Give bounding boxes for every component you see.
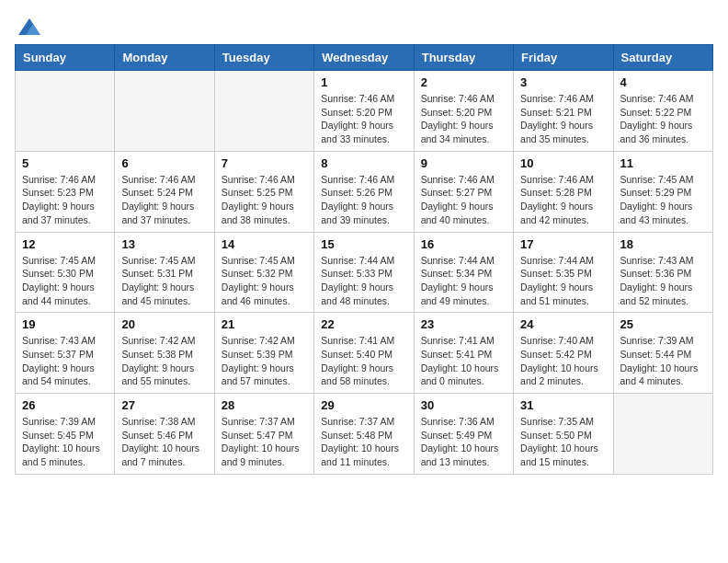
day-info: Sunrise: 7:45 AM Sunset: 5:29 PM Dayligh… (620, 173, 706, 227)
day-number: 24 (520, 317, 606, 331)
day-number: 15 (321, 237, 406, 251)
day-number: 20 (121, 317, 207, 331)
calendar-cell: 15Sunrise: 7:44 AM Sunset: 5:33 PM Dayli… (314, 232, 414, 313)
calendar-cell: 22Sunrise: 7:41 AM Sunset: 5:40 PM Dayli… (314, 313, 414, 394)
calendar-cell (115, 71, 214, 152)
day-number: 22 (321, 317, 406, 331)
day-info: Sunrise: 7:43 AM Sunset: 5:36 PM Dayligh… (620, 254, 706, 308)
day-info: Sunrise: 7:37 AM Sunset: 5:47 PM Dayligh… (222, 415, 307, 469)
calendar-cell: 25Sunrise: 7:39 AM Sunset: 5:44 PM Dayli… (613, 313, 712, 394)
day-info: Sunrise: 7:46 AM Sunset: 5:28 PM Dayligh… (520, 173, 606, 227)
weekday-header: Friday (514, 45, 613, 71)
calendar-cell: 21Sunrise: 7:42 AM Sunset: 5:39 PM Dayli… (214, 313, 313, 394)
weekday-header: Monday (115, 45, 214, 71)
calendar-cell: 13Sunrise: 7:45 AM Sunset: 5:31 PM Dayli… (115, 232, 214, 313)
calendar-cell: 17Sunrise: 7:44 AM Sunset: 5:35 PM Dayli… (514, 232, 613, 313)
day-number: 23 (421, 317, 506, 331)
calendar-cell: 20Sunrise: 7:42 AM Sunset: 5:38 PM Dayli… (115, 313, 214, 394)
page-header (15, 15, 713, 35)
day-info: Sunrise: 7:40 AM Sunset: 5:42 PM Dayligh… (520, 334, 606, 388)
day-number: 19 (22, 317, 108, 331)
calendar-cell: 27Sunrise: 7:38 AM Sunset: 5:46 PM Dayli… (115, 394, 214, 475)
day-number: 30 (421, 398, 506, 412)
day-info: Sunrise: 7:36 AM Sunset: 5:49 PM Dayligh… (421, 415, 506, 469)
day-number: 14 (222, 237, 307, 251)
day-info: Sunrise: 7:46 AM Sunset: 5:23 PM Dayligh… (22, 173, 108, 227)
day-info: Sunrise: 7:46 AM Sunset: 5:24 PM Dayligh… (121, 173, 207, 227)
day-info: Sunrise: 7:39 AM Sunset: 5:44 PM Dayligh… (620, 334, 706, 388)
calendar-cell: 9Sunrise: 7:46 AM Sunset: 5:27 PM Daylig… (414, 151, 513, 232)
day-number: 5 (22, 156, 108, 170)
day-number: 8 (321, 156, 406, 170)
day-number: 7 (222, 156, 307, 170)
day-info: Sunrise: 7:45 AM Sunset: 5:32 PM Dayligh… (222, 254, 307, 308)
day-number: 18 (620, 237, 706, 251)
weekday-header: Wednesday (314, 45, 414, 71)
calendar-cell (16, 71, 115, 152)
calendar-cell: 26Sunrise: 7:39 AM Sunset: 5:45 PM Dayli… (16, 394, 115, 475)
weekday-header: Saturday (613, 45, 712, 71)
day-number: 25 (620, 317, 706, 331)
day-info: Sunrise: 7:46 AM Sunset: 5:20 PM Dayligh… (421, 92, 506, 146)
calendar-cell: 3Sunrise: 7:46 AM Sunset: 5:21 PM Daylig… (514, 71, 613, 152)
day-info: Sunrise: 7:46 AM Sunset: 5:27 PM Dayligh… (421, 173, 506, 227)
day-number: 21 (222, 317, 307, 331)
day-number: 29 (321, 398, 406, 412)
logo (15, 15, 42, 35)
calendar-cell: 8Sunrise: 7:46 AM Sunset: 5:26 PM Daylig… (314, 151, 414, 232)
weekday-header: Thursday (414, 45, 513, 71)
day-info: Sunrise: 7:44 AM Sunset: 5:35 PM Dayligh… (520, 254, 606, 308)
calendar-cell: 24Sunrise: 7:40 AM Sunset: 5:42 PM Dayli… (514, 313, 613, 394)
calendar-cell: 29Sunrise: 7:37 AM Sunset: 5:48 PM Dayli… (314, 394, 414, 475)
logo-icon (17, 15, 42, 40)
calendar-cell: 6Sunrise: 7:46 AM Sunset: 5:24 PM Daylig… (115, 151, 214, 232)
day-number: 12 (22, 237, 108, 251)
day-number: 9 (421, 156, 506, 170)
day-info: Sunrise: 7:46 AM Sunset: 5:20 PM Dayligh… (321, 92, 406, 146)
calendar-cell: 14Sunrise: 7:45 AM Sunset: 5:32 PM Dayli… (214, 232, 313, 313)
day-info: Sunrise: 7:46 AM Sunset: 5:22 PM Dayligh… (620, 92, 706, 146)
calendar-cell: 18Sunrise: 7:43 AM Sunset: 5:36 PM Dayli… (613, 232, 712, 313)
day-info: Sunrise: 7:44 AM Sunset: 5:33 PM Dayligh… (321, 254, 406, 308)
day-info: Sunrise: 7:46 AM Sunset: 5:21 PM Dayligh… (520, 92, 606, 146)
day-info: Sunrise: 7:42 AM Sunset: 5:39 PM Dayligh… (222, 334, 307, 388)
calendar-cell (214, 71, 313, 152)
day-number: 27 (121, 398, 207, 412)
day-number: 11 (620, 156, 706, 170)
day-info: Sunrise: 7:42 AM Sunset: 5:38 PM Dayligh… (121, 334, 207, 388)
weekday-header: Tuesday (214, 45, 313, 71)
day-info: Sunrise: 7:43 AM Sunset: 5:37 PM Dayligh… (22, 334, 108, 388)
calendar-cell (613, 394, 712, 475)
calendar-cell: 7Sunrise: 7:46 AM Sunset: 5:25 PM Daylig… (214, 151, 313, 232)
day-info: Sunrise: 7:35 AM Sunset: 5:50 PM Dayligh… (520, 415, 606, 469)
calendar-cell: 23Sunrise: 7:41 AM Sunset: 5:41 PM Dayli… (414, 313, 513, 394)
day-info: Sunrise: 7:46 AM Sunset: 5:25 PM Dayligh… (222, 173, 307, 227)
weekday-header: Sunday (16, 45, 115, 71)
calendar-table: SundayMondayTuesdayWednesdayThursdayFrid… (15, 44, 713, 475)
calendar-week-row: 5Sunrise: 7:46 AM Sunset: 5:23 PM Daylig… (16, 151, 713, 232)
calendar-week-row: 12Sunrise: 7:45 AM Sunset: 5:30 PM Dayli… (16, 232, 713, 313)
calendar-header-row: SundayMondayTuesdayWednesdayThursdayFrid… (16, 45, 713, 71)
day-info: Sunrise: 7:39 AM Sunset: 5:45 PM Dayligh… (22, 415, 108, 469)
day-info: Sunrise: 7:45 AM Sunset: 5:31 PM Dayligh… (121, 254, 207, 308)
day-info: Sunrise: 7:38 AM Sunset: 5:46 PM Dayligh… (121, 415, 207, 469)
calendar-cell: 11Sunrise: 7:45 AM Sunset: 5:29 PM Dayli… (613, 151, 712, 232)
calendar-cell: 19Sunrise: 7:43 AM Sunset: 5:37 PM Dayli… (16, 313, 115, 394)
calendar-week-row: 26Sunrise: 7:39 AM Sunset: 5:45 PM Dayli… (16, 394, 713, 475)
calendar-cell: 5Sunrise: 7:46 AM Sunset: 5:23 PM Daylig… (16, 151, 115, 232)
calendar-cell: 4Sunrise: 7:46 AM Sunset: 5:22 PM Daylig… (613, 71, 712, 152)
day-number: 2 (421, 75, 506, 89)
calendar-cell: 30Sunrise: 7:36 AM Sunset: 5:49 PM Dayli… (414, 394, 513, 475)
day-info: Sunrise: 7:46 AM Sunset: 5:26 PM Dayligh… (321, 173, 406, 227)
day-number: 6 (121, 156, 207, 170)
calendar-cell: 16Sunrise: 7:44 AM Sunset: 5:34 PM Dayli… (414, 232, 513, 313)
day-info: Sunrise: 7:37 AM Sunset: 5:48 PM Dayligh… (321, 415, 406, 469)
day-info: Sunrise: 7:41 AM Sunset: 5:41 PM Dayligh… (421, 334, 506, 388)
day-info: Sunrise: 7:41 AM Sunset: 5:40 PM Dayligh… (321, 334, 406, 388)
day-number: 17 (520, 237, 606, 251)
day-number: 3 (520, 75, 606, 89)
day-number: 4 (620, 75, 706, 89)
day-number: 28 (222, 398, 307, 412)
calendar-cell: 28Sunrise: 7:37 AM Sunset: 5:47 PM Dayli… (214, 394, 313, 475)
calendar-week-row: 1Sunrise: 7:46 AM Sunset: 5:20 PM Daylig… (16, 71, 713, 152)
